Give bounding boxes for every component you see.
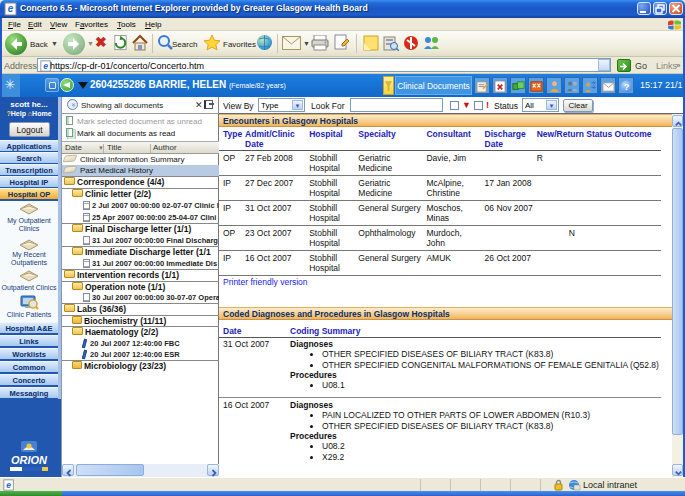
svg-text:e: e [43, 61, 48, 71]
svg-text:ORION: ORION [11, 454, 48, 466]
svg-text:e: e [6, 480, 11, 490]
svg-text:?: ? [623, 82, 629, 92]
svg-text:e: e [8, 3, 14, 14]
